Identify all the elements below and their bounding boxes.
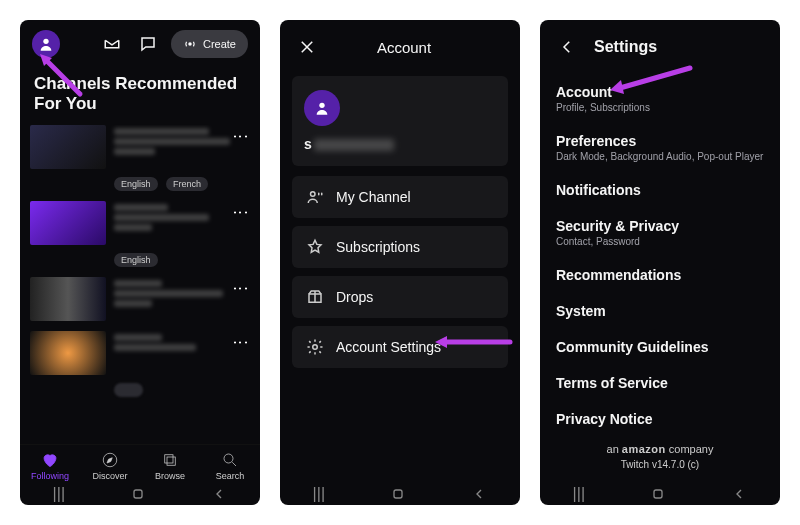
menu-account-settings[interactable]: Account Settings — [292, 326, 508, 368]
language-tag[interactable]: English — [114, 253, 158, 267]
nav-following[interactable]: Following — [20, 451, 80, 481]
android-nav-bar: ||| — [20, 483, 260, 505]
stream-thumbnail — [30, 331, 106, 375]
back-icon[interactable] — [211, 486, 227, 502]
phone-settings: Settings Account Profile, Subscriptions … — [540, 20, 780, 505]
more-icon[interactable]: ⋮ — [232, 281, 250, 295]
svg-point-9 — [311, 192, 316, 197]
settings-privacy[interactable]: Privacy Notice — [556, 401, 764, 437]
gear-icon — [306, 338, 324, 356]
card-text — [114, 277, 250, 321]
android-nav-bar: ||| — [280, 483, 520, 505]
language-tag[interactable] — [114, 383, 143, 397]
android-nav-bar: ||| — [540, 483, 780, 505]
user-icon — [38, 36, 54, 52]
back-icon[interactable] — [731, 486, 747, 502]
menu-my-channel[interactable]: My Channel — [292, 176, 508, 218]
language-tag[interactable]: French — [166, 177, 208, 191]
svg-rect-6 — [134, 490, 142, 498]
settings-footer: an amazon company Twitch v14.7.0 (c) — [556, 437, 764, 470]
recents-icon[interactable]: ||| — [53, 485, 65, 503]
settings-system[interactable]: System — [556, 293, 764, 329]
settings-security[interactable]: Security & Privacy Contact, Password — [556, 208, 764, 257]
create-label: Create — [203, 38, 236, 50]
home-icon[interactable] — [650, 486, 666, 502]
language-tag[interactable]: English — [114, 177, 158, 191]
star-icon — [306, 238, 324, 256]
compass-icon — [101, 451, 119, 469]
channel-card[interactable]: ⋮ — [30, 331, 250, 375]
username: s — [304, 136, 496, 152]
stream-thumbnail — [30, 125, 106, 169]
app-version: Twitch v14.7.0 (c) — [556, 459, 764, 470]
heart-icon — [41, 451, 59, 469]
close-button[interactable] — [294, 34, 320, 60]
back-button[interactable] — [554, 34, 580, 60]
menu-drops[interactable]: Drops — [292, 276, 508, 318]
profile-avatar — [304, 90, 340, 126]
channel-card[interactable]: ⋮ — [30, 277, 250, 321]
svg-rect-4 — [165, 455, 173, 463]
settings-list: Account Profile, Subscriptions Preferenc… — [540, 68, 780, 483]
recents-icon[interactable]: ||| — [573, 485, 585, 503]
back-icon[interactable] — [471, 486, 487, 502]
section-title: Channels Recommended For You — [20, 68, 260, 125]
account-title: Account — [328, 39, 506, 56]
account-menu: My Channel Subscriptions Drops Account S… — [280, 176, 520, 376]
broadcast-icon — [183, 37, 197, 51]
three-phone-tutorial: Create Channels Recommended For You ⋮ En… — [0, 0, 800, 525]
channel-feed: ⋮ English French ⋮ English ⋮ — [20, 125, 260, 444]
menu-subscriptions[interactable]: Subscriptions — [292, 226, 508, 268]
phone-account: Account s My Channel Subscriptions Drops — [280, 20, 520, 505]
profile-card[interactable]: s — [292, 76, 508, 166]
more-icon[interactable]: ⋮ — [232, 205, 250, 219]
user-icon — [314, 100, 330, 116]
home-icon[interactable] — [130, 486, 146, 502]
svg-rect-3 — [167, 457, 175, 465]
channel-card[interactable]: ⋮ — [30, 201, 250, 245]
nav-browse[interactable]: Browse — [140, 451, 200, 481]
svg-point-5 — [224, 454, 233, 463]
channel-icon — [306, 188, 324, 206]
settings-title: Settings — [594, 38, 657, 56]
nav-search[interactable]: Search — [200, 451, 260, 481]
copy-icon — [161, 451, 179, 469]
create-button[interactable]: Create — [171, 30, 248, 58]
more-icon[interactable]: ⋮ — [232, 129, 250, 143]
svg-point-0 — [43, 39, 48, 44]
card-text — [114, 201, 250, 245]
search-icon — [221, 451, 239, 469]
svg-point-8 — [319, 103, 324, 108]
recents-icon[interactable]: ||| — [313, 485, 325, 503]
account-header: Account — [280, 20, 520, 68]
more-icon[interactable]: ⋮ — [232, 335, 250, 349]
drops-icon — [306, 288, 324, 306]
card-text — [114, 125, 250, 169]
svg-rect-12 — [394, 490, 402, 498]
settings-header: Settings — [540, 20, 780, 68]
settings-notifications[interactable]: Notifications — [556, 172, 764, 208]
settings-community[interactable]: Community Guidelines — [556, 329, 764, 365]
inbox-icon[interactable] — [99, 31, 125, 57]
svg-rect-14 — [654, 490, 662, 498]
card-text — [114, 331, 250, 375]
settings-preferences[interactable]: Preferences Dark Mode, Background Audio,… — [556, 123, 764, 172]
profile-avatar[interactable] — [32, 30, 60, 58]
stream-thumbnail — [30, 201, 106, 245]
settings-tos[interactable]: Terms of Service — [556, 365, 764, 401]
home-icon[interactable] — [390, 486, 406, 502]
whispers-icon[interactable] — [135, 31, 161, 57]
stream-thumbnail — [30, 277, 106, 321]
svg-point-1 — [188, 42, 192, 46]
settings-recommendations[interactable]: Recommendations — [556, 257, 764, 293]
svg-point-11 — [313, 345, 318, 350]
phone-home: Create Channels Recommended For You ⋮ En… — [20, 20, 260, 505]
bottom-nav: Following Discover Browse Search — [20, 444, 260, 483]
nav-discover[interactable]: Discover — [80, 451, 140, 481]
home-header: Create — [20, 20, 260, 68]
channel-card[interactable]: ⋮ — [30, 125, 250, 169]
settings-account[interactable]: Account Profile, Subscriptions — [556, 74, 764, 123]
